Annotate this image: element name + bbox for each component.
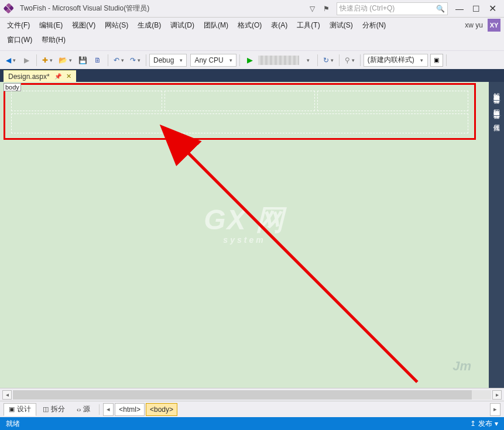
table-cell[interactable] [164,91,316,111]
watermark: GX 网 system [204,201,285,245]
save-all-button[interactable]: 🗎 [91,53,105,67]
table-cell[interactable] [11,91,162,111]
menu-window[interactable]: 窗口(W) [4,34,36,46]
scroll-left-button[interactable]: ◂ [2,390,12,400]
table-cell[interactable] [11,113,468,134]
close-tab-icon[interactable]: ✕ [66,73,71,80]
collapsed-side-panels: 解决方案资源管理器 团队资源管理器 属性 [489,82,504,388]
menu-test[interactable]: 测试(S) [326,19,356,32]
menu-table[interactable]: 表(A) [268,19,291,32]
solution-platform-combo[interactable]: Any CPU [190,54,236,67]
panel-team-explorer[interactable]: 团队资源管理器 [492,100,501,111]
design-view-icon: ▣ [9,405,15,413]
annotation-highlight-box [4,83,476,140]
menu-website[interactable]: 网站(S) [101,19,132,32]
document-tab-design-aspx[interactable]: Design.aspx* 📌 ✕ [4,70,76,82]
vs-logo-icon [3,2,15,14]
tag-path-next[interactable]: ▸ [490,403,500,416]
design-surface[interactable]: body GX 网 system Jm [0,82,489,388]
menu-bar-overflow: 窗口(W) 帮助(H) [0,33,504,47]
minimize-button[interactable]: — [451,2,468,15]
menu-view[interactable]: 视图(V) [68,19,99,32]
source-view-icon: ‹› [77,406,81,413]
scroll-thumb[interactable] [13,390,472,400]
svg-line-0 [185,150,417,382]
solution-config-combo[interactable]: Debug [149,54,187,67]
table-cell[interactable] [317,91,468,111]
designer-table[interactable] [11,91,468,133]
view-tab-source[interactable]: ‹› 源 [71,403,95,416]
target-rule-icon[interactable]: ▣ [430,54,443,67]
signed-in-user[interactable]: xw yu [465,21,483,29]
menu-bar: 文件(F) 编辑(E) 视图(V) 网站(S) 生成(B) 调试(D) 团队(M… [0,18,504,33]
title-bar: TwoFish - Microsoft Visual Studio(管理员) ▽… [0,0,504,18]
maximize-button[interactable]: ☐ [468,2,484,15]
start-debug-button[interactable]: ▶ [243,53,257,67]
menu-help[interactable]: 帮助(H) [38,34,69,46]
new-project-button[interactable]: ✚ [40,53,55,67]
feedback-icon[interactable]: ⚑ [319,2,333,16]
css-rule-combo[interactable]: (新建内联样式) [364,54,428,67]
horizontal-scrollbar[interactable]: ◂ ▸ [0,388,504,401]
menu-team[interactable]: 团队(M) [200,19,232,32]
view-mode-bar: ▣ 设计 ◫ 拆分 ‹› 源 ◂ <html> <body> ▸ [0,401,504,417]
document-tab-well: Design.aspx* 📌 ✕ [0,69,504,82]
undo-button[interactable]: ↶ [111,53,126,67]
pin-tab-icon[interactable]: 📌 [54,73,61,80]
corner-watermark: Jm [452,359,471,374]
view-tab-split[interactable]: ◫ 拆分 [37,403,70,416]
publish-dropdown-icon[interactable]: ▾ [495,419,498,428]
menu-edit[interactable]: 编辑(E) [36,19,66,32]
tag-path-prev[interactable]: ◂ [103,403,114,416]
close-button[interactable]: ✕ [484,2,500,15]
split-view-icon: ◫ [43,405,49,413]
search-icon: 🔍 [436,5,445,13]
status-publish[interactable]: 发布 [478,419,492,429]
scroll-track[interactable] [13,390,491,400]
start-target-dropdown[interactable] [300,53,314,67]
nav-back-button[interactable]: ◀ [4,53,18,67]
quick-launch-placeholder: 快速启动 (Ctrl+Q) [340,4,395,13]
nav-forward-button[interactable]: ▶ [19,53,33,67]
tag-path-html[interactable]: <html> [115,403,145,416]
main-area: body GX 网 system Jm 解决方案资源管理器 团队资源管理器 属性 [0,82,504,388]
menu-debug[interactable]: 调试(D) [167,19,198,32]
open-file-button[interactable]: 📂 [56,53,74,67]
menu-format[interactable]: 格式(O) [234,19,265,32]
publish-icon[interactable]: ↥ [470,419,476,428]
panel-properties[interactable]: 属性 [492,115,501,123]
menu-analyze[interactable]: 分析(N) [359,19,390,32]
scroll-right-button[interactable]: ▸ [492,390,502,400]
panel-solution-explorer[interactable]: 解决方案资源管理器 [492,85,501,95]
view-tab-design[interactable]: ▣ 设计 [4,403,36,416]
status-ready: 就绪 [6,419,20,429]
save-button[interactable]: 💾 [76,53,90,67]
quick-launch-input[interactable]: 快速启动 (Ctrl+Q) 🔍 [337,2,448,15]
user-avatar[interactable]: XY [488,19,500,32]
status-bar: 就绪 ↥ 发布 ▾ [0,417,504,430]
notifications-icon[interactable]: ▽ [305,2,319,16]
find-in-files-button[interactable]: ⚲ [342,53,357,67]
document-tab-label: Design.aspx* [8,73,50,81]
standard-toolbar: ◀ ▶ ✚ 📂 💾 🗎 ↶ ↷ Debug Any CPU ▶ ↻ ⚲ (新建内… [0,50,504,69]
element-tag-label[interactable]: body [4,83,21,91]
menu-build[interactable]: 生成(B) [134,19,164,32]
menu-file[interactable]: 文件(F) [4,19,33,32]
redo-button[interactable]: ↷ [128,53,143,67]
start-target-label [258,56,299,65]
menu-tools[interactable]: 工具(T) [293,19,323,32]
tag-path-body[interactable]: <body> [146,403,177,416]
browser-link-button[interactable]: ↻ [321,53,336,67]
window-title: TwoFish - Microsoft Visual Studio(管理员) [20,4,149,13]
